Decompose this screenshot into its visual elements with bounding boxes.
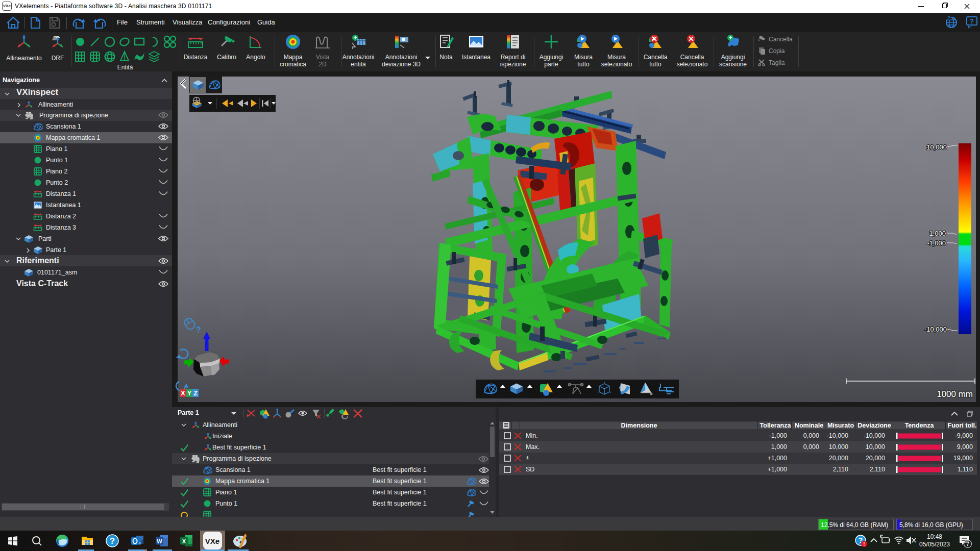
svg-text:10:48: 10:48 xyxy=(927,533,942,540)
svg-text:W: W xyxy=(157,538,162,544)
svg-text:!: ! xyxy=(863,541,865,547)
svg-text:?: ? xyxy=(110,536,115,546)
svg-text:05/05/2023: 05/05/2023 xyxy=(919,541,950,548)
svg-text:?: ? xyxy=(970,18,973,25)
svg-text:-10,000: -10,000 xyxy=(924,325,947,333)
svg-text:1000 mm: 1000 mm xyxy=(937,389,973,399)
svg-text:1,000: 1,000 xyxy=(929,230,946,237)
svg-text:X: X xyxy=(182,538,186,544)
svg-text:?: ? xyxy=(947,15,950,20)
svg-text:-1,000: -1,000 xyxy=(927,239,946,247)
svg-text:7: 7 xyxy=(966,541,969,547)
svg-text:10,000: 10,000 xyxy=(926,143,947,151)
svg-text:VXe: VXe xyxy=(205,537,219,545)
